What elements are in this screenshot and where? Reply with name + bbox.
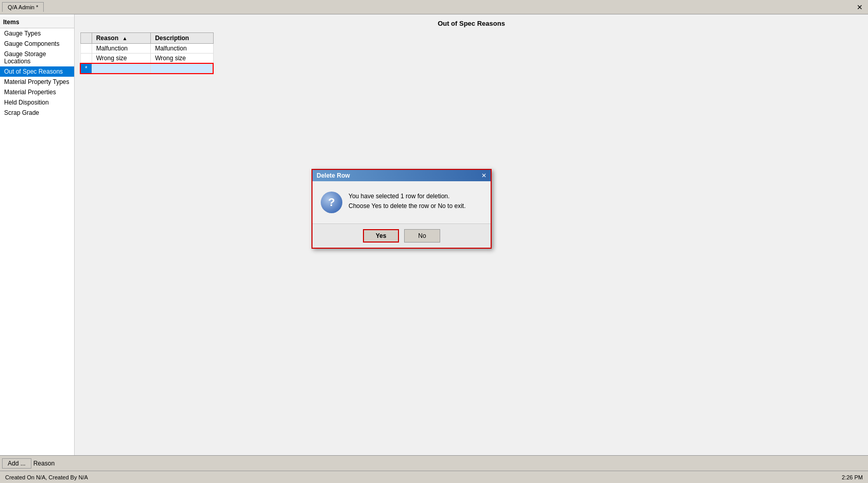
sidebar-item-material-property-types[interactable]: Material Property Types <box>0 77 74 87</box>
delete-row-dialog: Delete Row ✕ ? You have selected 1 row f… <box>311 169 492 249</box>
content-area: Out of Spec Reasons Reason ▲ Description… <box>75 14 868 455</box>
status-bar: Created On N/A, Created By N/A 2:26 PM <box>0 471 868 483</box>
dialog-question-icon: ? <box>321 192 342 213</box>
time-display: 2:26 PM <box>842 474 863 480</box>
main-layout: Items Gauge TypesGauge ComponentsGauge S… <box>0 14 868 455</box>
dialog-overlay: Delete Row ✕ ? You have selected 1 row f… <box>75 14 868 455</box>
dialog-title: Delete Row <box>317 172 350 179</box>
sidebar-item-material-properties[interactable]: Material Properties <box>0 87 74 97</box>
dialog-titlebar: Delete Row ✕ <box>313 170 491 181</box>
sidebar-item-held-disposition[interactable]: Held Disposition <box>0 97 74 108</box>
dialog-yes-button[interactable]: Yes <box>363 229 399 243</box>
dialog-close-button[interactable]: ✕ <box>481 172 487 179</box>
title-bar: Q/A Admin * ✕ <box>0 0 868 14</box>
dialog-message: You have selected 1 row for deletion. Ch… <box>349 192 465 211</box>
created-info: Created On N/A, Created By N/A <box>5 474 88 480</box>
window-close-button[interactable]: ✕ <box>854 2 866 12</box>
sidebar-item-scrap-grade[interactable]: Scrap Grade <box>0 108 74 118</box>
sidebar-item-out-of-spec-reasons[interactable]: Out of Spec Reasons <box>0 66 74 77</box>
add-button[interactable]: Add ... <box>2 458 31 469</box>
sidebar-item-gauge-types[interactable]: Gauge Types <box>0 28 74 39</box>
sidebar-item-gauge-components[interactable]: Gauge Components <box>0 39 74 49</box>
sidebar: Items Gauge TypesGauge ComponentsGauge S… <box>0 14 75 455</box>
dialog-body: ? You have selected 1 row for deletion. … <box>313 181 491 223</box>
dialog-footer: Yes No <box>313 223 491 248</box>
toolbar-reason-label: Reason <box>33 460 55 467</box>
bottom-toolbar: Add ... Reason <box>0 455 868 471</box>
sidebar-item-gauge-storage-locations[interactable]: Gauge Storage Locations <box>0 49 74 66</box>
dialog-no-button[interactable]: No <box>404 229 440 243</box>
sidebar-header: Items <box>0 16 74 28</box>
qa-admin-tab[interactable]: Q/A Admin * <box>2 2 44 12</box>
